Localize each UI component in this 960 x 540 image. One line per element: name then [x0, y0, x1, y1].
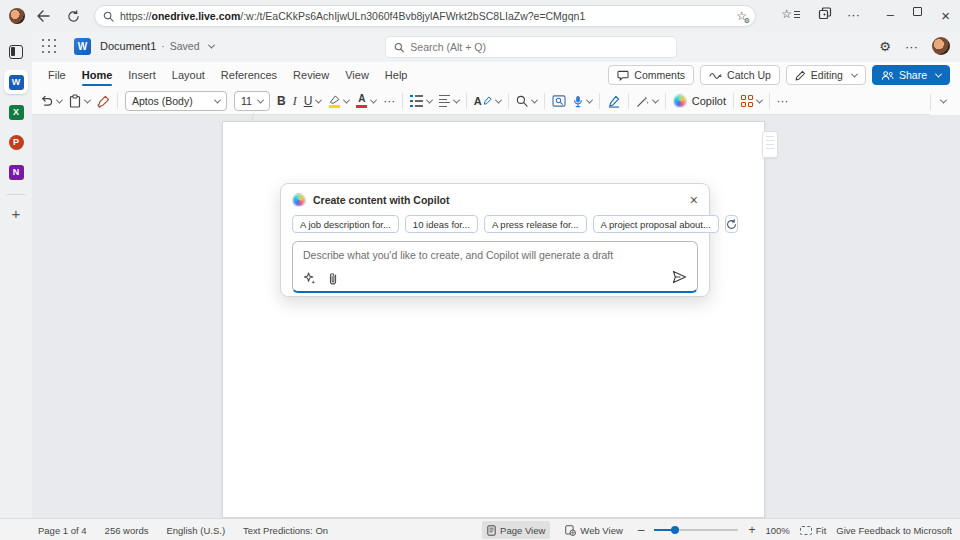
- wand-chevron-icon: [652, 96, 659, 103]
- ribbon-divider: [930, 94, 931, 110]
- settings-gear-icon[interactable]: ⚙: [879, 39, 891, 54]
- bullets-button[interactable]: [410, 95, 432, 108]
- comments-button[interactable]: Comments: [608, 65, 694, 85]
- suggestion-chip[interactable]: A project proposal about...: [593, 215, 719, 233]
- browser-back-icon[interactable]: [34, 7, 52, 25]
- copilot-suggestions: A job description for... 10 ideas for...…: [292, 215, 698, 233]
- sidebar-item-onenote[interactable]: N: [4, 160, 28, 184]
- undo-button[interactable]: [40, 95, 62, 107]
- language[interactable]: English (U.S.): [166, 525, 225, 536]
- underline-button[interactable]: U: [304, 94, 322, 108]
- collapse-ribbon-icon[interactable]: [940, 97, 947, 104]
- window-maximize-icon[interactable]: [913, 7, 922, 16]
- document-title[interactable]: Document1 · Saved: [100, 40, 214, 52]
- window-minimize-icon[interactable]: –: [887, 7, 894, 22]
- send-prompt-button[interactable]: [672, 270, 687, 284]
- browser-profile-avatar[interactable]: [9, 8, 25, 24]
- editing-chevron-icon: [851, 70, 858, 77]
- search-input[interactable]: [410, 41, 668, 53]
- refresh-icon: [726, 219, 737, 230]
- ribbon-divider: [628, 93, 629, 109]
- tab-insert[interactable]: Insert: [120, 62, 164, 88]
- browser-refresh-icon[interactable]: [64, 7, 82, 25]
- tab-help[interactable]: Help: [377, 62, 416, 88]
- fit-icon: [800, 526, 812, 535]
- address-bar[interactable]: https://onedrive.live.com/:w:/t/EaCKkPs6…: [94, 5, 756, 27]
- font-size-select[interactable]: 11: [234, 91, 270, 111]
- browser-menu-icon[interactable]: ···: [847, 7, 860, 22]
- tab-view[interactable]: View: [337, 62, 377, 88]
- share-button[interactable]: Share: [872, 65, 950, 85]
- document-page[interactable]: [222, 121, 765, 518]
- window-close-icon[interactable]: ×: [941, 7, 950, 24]
- reading-preview-button[interactable]: [552, 95, 566, 107]
- account-avatar[interactable]: [932, 37, 950, 55]
- collections-icon[interactable]: [818, 7, 832, 20]
- sidebar-item-word[interactable]: W: [4, 70, 28, 94]
- italic-button[interactable]: I: [293, 94, 297, 109]
- ribbon-toolbar: Aptos (Body) 11 B I U A ··· A: [32, 88, 960, 115]
- copilot-prompt-input[interactable]: [293, 242, 697, 291]
- suggestion-chip[interactable]: A press release for...: [484, 215, 587, 233]
- more-font-options-icon[interactable]: ···: [383, 94, 395, 108]
- bold-button[interactable]: B: [277, 94, 286, 108]
- bookmark-star-icon[interactable]: ☆⚙: [736, 9, 747, 23]
- editing-mode-button[interactable]: Editing: [786, 65, 866, 85]
- margin-widget[interactable]: [762, 131, 778, 158]
- copilot-close-icon[interactable]: ×: [690, 193, 698, 207]
- zoom-in-button[interactable]: +: [748, 523, 755, 537]
- sidebar-item-excel[interactable]: X: [4, 100, 28, 124]
- add-ins-button[interactable]: [741, 95, 762, 107]
- ribbon-divider: [508, 93, 509, 109]
- zoom-level[interactable]: 100%: [765, 525, 789, 536]
- font-color-button[interactable]: A: [356, 94, 376, 108]
- word-logo-icon[interactable]: W: [74, 38, 91, 55]
- styles-button[interactable]: A: [474, 95, 501, 107]
- paste-button[interactable]: [69, 94, 90, 108]
- text-predictions[interactable]: Text Predictions: On: [243, 525, 328, 536]
- page-count[interactable]: Page 1 of 4: [38, 525, 87, 536]
- format-painter-button[interactable]: [97, 95, 110, 108]
- app-launcher-icon[interactable]: [42, 39, 57, 54]
- copilot-dialog-icon: [292, 193, 306, 207]
- zoom-slider-knob[interactable]: [671, 526, 679, 534]
- catch-up-button[interactable]: Catch Up: [700, 65, 780, 85]
- tab-file[interactable]: File: [40, 62, 74, 88]
- more-commands-icon[interactable]: ···: [777, 94, 789, 108]
- tab-references[interactable]: References: [213, 62, 285, 88]
- sidebar-add-icon[interactable]: +: [4, 201, 28, 225]
- highlight-color-button[interactable]: [328, 95, 349, 108]
- web-view-button[interactable]: Web View: [560, 521, 627, 539]
- search-box[interactable]: [385, 36, 677, 58]
- tab-home[interactable]: Home: [74, 62, 121, 88]
- align-chevron-icon: [453, 96, 460, 103]
- titlebar-more-icon[interactable]: ···: [905, 39, 918, 54]
- zoom-slider[interactable]: [654, 529, 738, 531]
- fit-button[interactable]: Fit: [800, 521, 827, 539]
- url-text: https://onedrive.live.com/:w:/t/EaCKkPs6…: [120, 10, 736, 22]
- ribbon-divider: [665, 93, 666, 109]
- tab-review[interactable]: Review: [285, 62, 337, 88]
- sidebar-item-powerpoint[interactable]: P: [4, 130, 28, 154]
- align-button[interactable]: [439, 95, 459, 107]
- editor-button[interactable]: [607, 95, 621, 108]
- comments-icon: [617, 70, 629, 81]
- suggestion-chip[interactable]: A job description for...: [292, 215, 399, 233]
- zoom-out-button[interactable]: –: [638, 523, 645, 537]
- feedback-link[interactable]: Give Feedback to Microsoft: [836, 525, 952, 536]
- find-button[interactable]: [516, 95, 537, 107]
- dictate-button[interactable]: [573, 95, 592, 108]
- favorites-bar-icon[interactable]: ☆: [781, 7, 800, 21]
- suggestion-chip[interactable]: 10 ideas for...: [405, 215, 478, 233]
- sidebar-pages-icon[interactable]: [4, 40, 28, 64]
- refresh-suggestions-button[interactable]: [725, 215, 738, 233]
- attachment-paperclip-icon[interactable]: [327, 272, 339, 285]
- magic-wand-button[interactable]: [636, 95, 658, 108]
- status-bar: Page 1 of 4 256 words English (U.S.) Tex…: [0, 518, 960, 540]
- page-view-button[interactable]: Page View: [482, 521, 550, 539]
- copilot-button[interactable]: Copilot: [673, 94, 726, 108]
- auto-rewrite-sparkle-icon[interactable]: [303, 272, 316, 285]
- word-count[interactable]: 256 words: [105, 525, 149, 536]
- font-name-select[interactable]: Aptos (Body): [125, 91, 227, 111]
- tab-layout[interactable]: Layout: [164, 62, 213, 88]
